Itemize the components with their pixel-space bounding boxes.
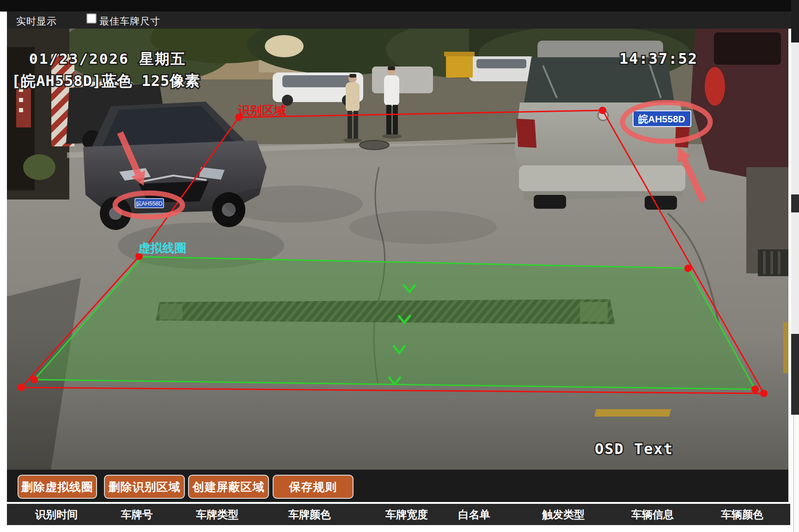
right-column-divider <box>793 415 794 532</box>
column-header-trigger-type: 触发类型 <box>542 504 585 525</box>
column-header-whitelist: 白名单 <box>458 504 490 525</box>
scrollbar-thumb[interactable] <box>791 194 799 212</box>
column-header-plate-number: 车牌号 <box>121 504 153 525</box>
column-header-recognition-time: 识别时间 <box>35 504 78 525</box>
live-display-label: 实时显示 <box>16 15 57 28</box>
osd-custom-text: OSD Text <box>595 440 673 458</box>
osd-date: 01/23/2026 星期五 <box>29 50 186 67</box>
delete-recognition-area-button[interactable]: 删除识别区域 <box>104 475 185 499</box>
scrollbar-thumb[interactable] <box>791 334 799 415</box>
column-header-vehicle-info: 车辆信息 <box>631 504 674 525</box>
left-license-plate: 皖AH558D <box>136 200 163 207</box>
virtual-coil-region[interactable] <box>34 257 755 389</box>
window-top-strip <box>0 0 799 12</box>
best-plate-size-checkbox[interactable] <box>86 13 97 24</box>
lpr-config-window: 实时显示 最佳车牌尺寸 <box>0 0 799 532</box>
right-column-top <box>791 0 799 42</box>
action-button-bar: 删除虚拟线圈 删除识别区域 创建屏蔽区域 保存规则 <box>7 470 788 502</box>
column-header-plate-type: 车牌类型 <box>196 504 238 525</box>
street-photo-background: 皖AH558D 皖AH558D <box>7 29 788 470</box>
delete-virtual-coil-button[interactable]: 删除虚拟线圈 <box>18 475 97 499</box>
virtual-coil-label: 虚拟线圈 <box>138 241 186 255</box>
save-rules-button[interactable]: 保存规则 <box>273 475 354 499</box>
best-plate-size-label[interactable]: 最佳车牌尺寸 <box>99 15 160 28</box>
osd-time: 14:37:52 <box>619 50 698 67</box>
video-canvas[interactable]: 皖AH558D 皖AH558D <box>7 29 788 470</box>
column-header-plate-width: 车牌宽度 <box>385 504 428 525</box>
osd-plate-info: [皖AH558D]蓝色 125像素 <box>12 72 200 90</box>
results-table-header: 识别时间 车牌号 车牌类型 车牌颜色 车牌宽度 白名单 触发类型 车辆信息 车辆… <box>7 504 790 525</box>
create-mask-area-button[interactable]: 创建屏蔽区域 <box>188 475 269 499</box>
recognition-area-label: 识别区域 <box>238 103 286 117</box>
column-header-vehicle-color: 车辆颜色 <box>721 504 763 525</box>
right-column-bottom <box>791 415 799 532</box>
column-header-plate-color: 车牌颜色 <box>288 504 331 525</box>
right-license-plate: 皖AH558D <box>638 114 685 124</box>
toolbar: 实时显示 最佳车牌尺寸 <box>7 12 799 29</box>
